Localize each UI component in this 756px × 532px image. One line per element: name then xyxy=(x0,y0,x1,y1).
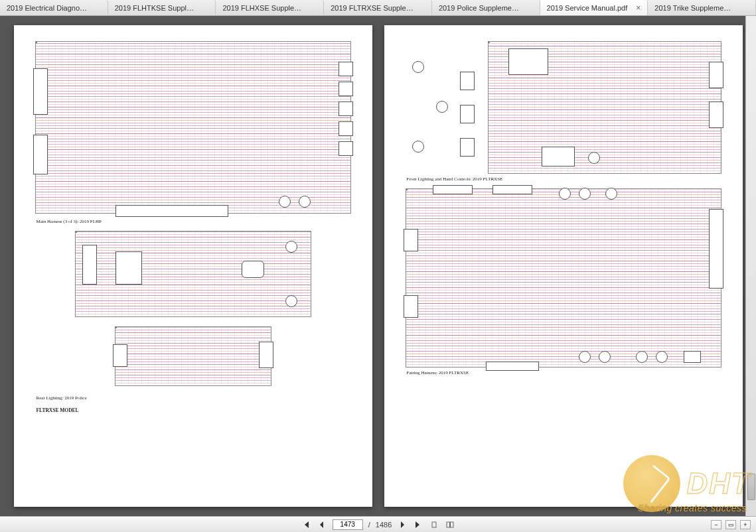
first-page-button[interactable] xyxy=(301,519,311,530)
pdf-page-right: Front Lighting and Hand Controls: 2019 F… xyxy=(384,25,743,507)
next-page-button[interactable] xyxy=(397,519,408,530)
watermark-tagline: Sharing creates success xyxy=(638,503,747,513)
tab-label: 2019 FLHTKSE Suppl… xyxy=(115,4,194,12)
vertical-scrollbar[interactable] xyxy=(745,16,756,516)
two-page-view-button[interactable] xyxy=(445,519,455,530)
zoom-out-button[interactable]: − xyxy=(711,520,721,529)
component-icon xyxy=(436,101,448,113)
total-pages: 1486 xyxy=(376,521,392,529)
close-tab-button[interactable]: × xyxy=(632,3,641,13)
tab-label: 2019 Trike Suppleme… xyxy=(654,4,731,12)
page-spread: Main Harness (3 of 3): 2019 FLHP Rear Li… xyxy=(0,16,756,516)
model-heading: FLTRXSE MODEL xyxy=(37,407,351,413)
tab-fltrxse-supplement[interactable]: 2019 FLTRXSE Supple… xyxy=(324,0,432,15)
connector-icon xyxy=(460,138,475,157)
pdf-viewport[interactable]: Main Harness (3 of 3): 2019 FLHP Rear Li… xyxy=(0,16,756,516)
svg-rect-1 xyxy=(447,522,450,527)
tab-label: 2019 FLTRXSE Supple… xyxy=(331,4,414,12)
scrollbar-thumb[interactable] xyxy=(747,474,755,500)
tab-label: 2019 Service Manual.pdf xyxy=(547,4,628,12)
current-page-input[interactable] xyxy=(333,519,363,530)
tab-police-supplement[interactable]: 2019 Police Suppleme… xyxy=(432,0,540,15)
wiring-diagram-front-lighting xyxy=(488,41,721,174)
diagram-caption: Fairing Harness: 2019 FLTRXSE xyxy=(407,370,721,375)
diagram-caption: Rear Lighting: 2019 Police xyxy=(37,395,351,401)
tab-trike-supplement[interactable]: 2019 Trike Suppleme… xyxy=(648,0,756,15)
wiring-diagram-fairing-harness xyxy=(406,188,721,367)
single-page-view-button[interactable] xyxy=(429,519,439,530)
document-tab-bar: 2019 Electrical Diagno… 2019 FLHTKSE Sup… xyxy=(0,0,756,16)
tab-service-manual[interactable]: 2019 Service Manual.pdf × xyxy=(540,0,648,15)
tab-flhtkse-supplement[interactable]: 2019 FLHTKSE Suppl… xyxy=(108,0,216,15)
svg-rect-2 xyxy=(451,522,454,527)
prev-page-button[interactable] xyxy=(317,519,327,530)
zoom-controls: − ▭ + xyxy=(711,520,751,529)
connector-icon xyxy=(460,105,475,123)
tab-label: 2019 Electrical Diagno… xyxy=(7,4,87,12)
page-nav-bar: / 1486 − ▭ + xyxy=(0,516,756,532)
zoom-in-button[interactable]: + xyxy=(740,520,751,529)
wiring-diagram-rear-lighting-small xyxy=(115,326,271,386)
last-page-button[interactable] xyxy=(413,519,423,530)
wiring-diagram-rear-lighting-detail xyxy=(75,231,311,317)
diagram-caption: Front Lighting and Hand Controls: 2019 F… xyxy=(407,176,721,182)
tab-label: 2019 FLHXSE Supple… xyxy=(222,4,301,12)
connector-icon xyxy=(460,72,475,90)
tab-flhxse-supplement[interactable]: 2019 FLHXSE Supple… xyxy=(216,0,324,15)
component-icon xyxy=(412,61,424,73)
tab-label: 2019 Police Suppleme… xyxy=(439,4,519,12)
page-separator: / xyxy=(368,521,370,529)
wiring-diagram-main-harness xyxy=(35,41,351,214)
svg-rect-0 xyxy=(432,522,436,527)
tab-electrical-diagnostics[interactable]: 2019 Electrical Diagno… xyxy=(0,0,108,15)
component-icon xyxy=(412,141,424,153)
zoom-fit-button[interactable]: ▭ xyxy=(725,520,736,529)
pdf-page-left: Main Harness (3 of 3): 2019 FLHP Rear Li… xyxy=(14,25,372,507)
diagram-caption: Main Harness (3 of 3): 2019 FLHP xyxy=(37,219,351,224)
